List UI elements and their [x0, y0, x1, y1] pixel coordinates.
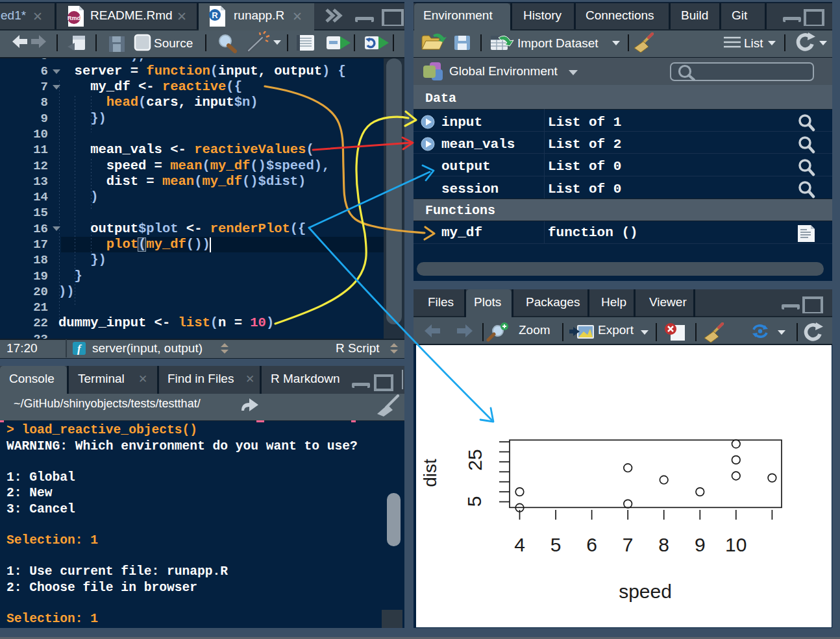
svg-text:Rmd: Rmd	[68, 15, 80, 21]
svg-text:R: R	[212, 10, 218, 20]
